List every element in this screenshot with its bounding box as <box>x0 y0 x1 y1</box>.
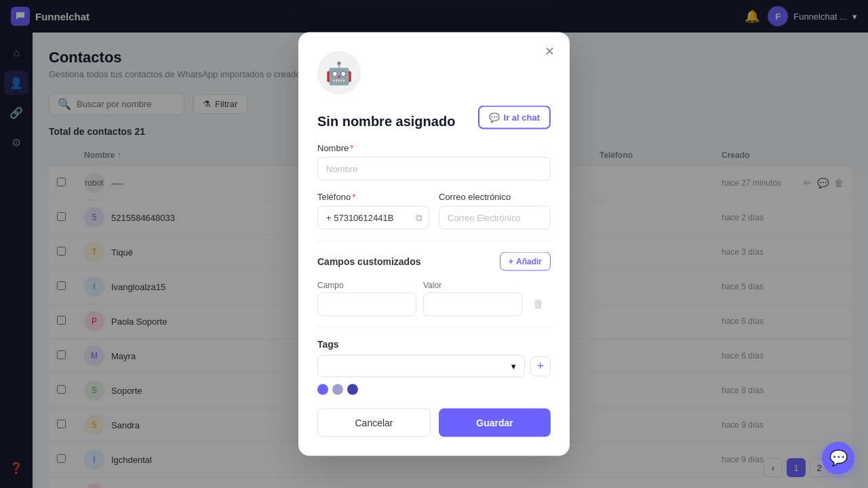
cancel-button[interactable]: Cancelar <box>317 409 431 437</box>
delete-field-button[interactable]: 🗑 <box>529 294 548 313</box>
custom-fields-header: Campos customizados + Añadir <box>317 252 551 271</box>
tag-dot-2 <box>332 384 343 395</box>
add-label: Añadir <box>516 257 542 266</box>
chat-fab-button[interactable]: 💬 <box>822 442 854 474</box>
chevron-down-icon: ▾ <box>511 361 516 371</box>
close-button[interactable]: ✕ <box>540 42 559 61</box>
modal-title: Sin nombre asignado <box>317 114 455 129</box>
modal-avatar-area: 🤖 <box>317 52 551 95</box>
valor-group: Valor <box>423 281 522 317</box>
email-input[interactable] <box>439 206 551 230</box>
add-icon: + <box>509 257 513 266</box>
tag-dot-3 <box>347 384 358 395</box>
contact-avatar: 🤖 <box>317 52 361 95</box>
custom-fields-row: Campo Valor 🗑 <box>317 281 551 317</box>
tags-label: Tags <box>317 339 551 350</box>
phone-wrapper: ⧉ <box>317 206 429 230</box>
phone-required: * <box>352 192 355 202</box>
modal-header-row: Sin nombre asignado 💬 Ir al chat <box>317 106 551 129</box>
tag-dot-1 <box>317 384 328 395</box>
tags-input-row: ▾ + <box>317 355 551 378</box>
name-input[interactable] <box>317 157 551 181</box>
phone-field-group: Teléfono * ⧉ <box>317 192 429 230</box>
campo-input[interactable] <box>317 293 416 317</box>
phone-input[interactable] <box>317 206 429 230</box>
tags-select[interactable]: ▾ <box>317 355 525 378</box>
campo-label: Campo <box>317 281 416 290</box>
phone-email-row: Teléfono * ⧉ Correo electrónico <box>317 192 551 230</box>
required-indicator: * <box>350 143 353 153</box>
name-label: Nombre * <box>317 143 551 153</box>
custom-fields-title: Campos customizados <box>317 256 420 267</box>
modal-actions: Cancelar Guardar <box>317 409 551 437</box>
chat-icon: 💬 <box>489 113 500 123</box>
tags-add-button[interactable]: + <box>530 356 551 376</box>
phone-label: Teléfono * <box>317 192 429 202</box>
email-label: Correo electrónico <box>439 192 551 202</box>
name-field-group: Nombre * <box>317 143 551 181</box>
go-chat-label: Ir al chat <box>504 113 540 123</box>
campo-group: Campo <box>317 281 416 317</box>
add-field-button[interactable]: + Añadir <box>500 252 551 271</box>
go-chat-button[interactable]: 💬 Ir al chat <box>478 106 551 129</box>
email-field-group: Correo electrónico <box>439 192 551 230</box>
divider <box>317 241 551 241</box>
save-button[interactable]: Guardar <box>439 409 551 437</box>
valor-label: Valor <box>423 281 522 290</box>
valor-input[interactable] <box>423 293 522 317</box>
copy-icon[interactable]: ⧉ <box>416 212 422 224</box>
contact-modal: ✕ 🤖 Sin nombre asignado 💬 Ir al chat Nom… <box>298 33 570 456</box>
tags-section: Tags ▾ + <box>317 339 551 395</box>
divider-2 <box>317 327 551 328</box>
tag-dots <box>317 384 551 395</box>
